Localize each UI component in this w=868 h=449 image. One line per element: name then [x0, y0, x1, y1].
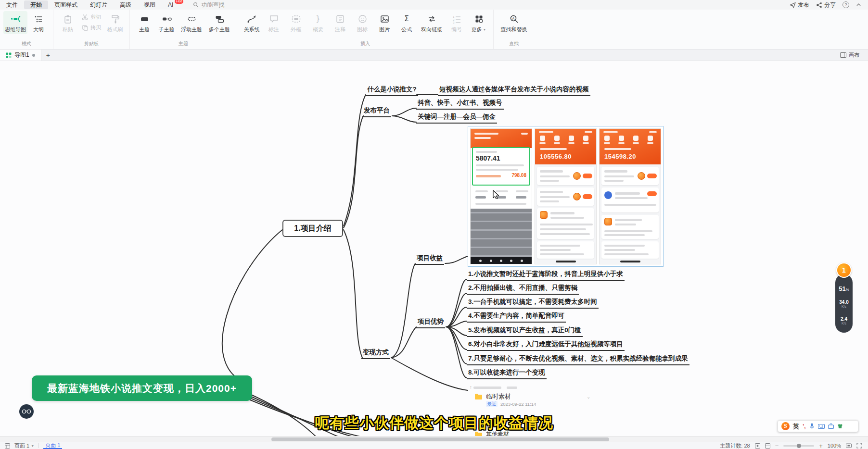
zoom-slider-knob[interactable]	[797, 444, 801, 448]
doc-tab-map1[interactable]: 导图1	[0, 50, 41, 61]
ribbon-group-find: A 查找和替换 查找	[494, 10, 534, 49]
summary-button[interactable]: } 概要	[307, 11, 329, 34]
mouse-cursor	[493, 190, 501, 199]
zoom-out-button[interactable]: −	[775, 442, 779, 449]
format-painter-button[interactable]: 格式刷	[104, 11, 126, 34]
callout-button[interactable]: 标注	[263, 11, 285, 34]
share-button[interactable]: 分享	[816, 1, 836, 9]
more-button[interactable]: 更多 ▼	[468, 11, 490, 34]
multi-topic-button[interactable]: 多个主题	[205, 11, 233, 34]
pages-grid-icon[interactable]	[5, 443, 10, 449]
input-method-bar[interactable]: S 英 ’,	[778, 420, 858, 432]
menu-slides[interactable]: 幻灯片	[84, 0, 114, 9]
publish-label: 发布	[798, 1, 809, 9]
formula-button[interactable]: Σ 公式	[396, 11, 418, 34]
node-advantage-item[interactable]: 2.不用拍摄出镜、不用直播、只需剪辑	[467, 284, 579, 295]
tiger-mascot	[573, 172, 581, 180]
zoom-level[interactable]: 100%	[828, 443, 841, 449]
cut-button[interactable]: 剪切	[79, 11, 104, 22]
node-platform-label[interactable]: 发布平台	[362, 106, 391, 117]
relation-line-button[interactable]: 关系线	[241, 11, 263, 34]
topic-button[interactable]: 主题	[133, 11, 155, 34]
publish-button[interactable]: 发布	[790, 1, 809, 9]
mindmap-canvas[interactable]: 1.项目介绍 最新蓝海地铁小说推文变现，日入2000+ 什么是小说推文? 短视频…	[0, 61, 868, 437]
node-what-is-detail[interactable]: 短视频达人通过各媒体平台发布关于小说内容的视频	[438, 85, 590, 96]
map-doc-icon	[6, 52, 12, 58]
callout-icon	[269, 14, 279, 24]
node-advantage-item[interactable]: 8.可以收徒来进行一个变现	[467, 368, 547, 379]
feature-search-input[interactable]: 功能查找	[193, 1, 224, 9]
skin-icon[interactable]	[837, 424, 843, 429]
ime-language-mode[interactable]: 英	[793, 422, 799, 431]
tiger-mascot	[540, 211, 548, 219]
fit-screen-icon[interactable]	[846, 443, 852, 449]
subtopic-button[interactable]: 子主题	[155, 11, 178, 34]
paste-button[interactable]: 粘贴	[57, 11, 79, 34]
netspeed-widget[interactable]: 1 51% 34.0 K/s 2.4 K/s	[834, 262, 854, 334]
menu-advanced[interactable]: 高级	[114, 0, 138, 9]
node-advantage-item[interactable]: 4.不需要生产内容，简单配音即可	[467, 312, 566, 323]
page-tab-1[interactable]: 页面 1	[43, 442, 62, 449]
help-button[interactable]: ?	[842, 1, 849, 8]
copy-button[interactable]: 拷贝	[79, 22, 104, 32]
microphone-icon[interactable]	[809, 423, 815, 429]
zoom-in-button[interactable]: +	[819, 442, 823, 449]
node-platform-item2[interactable]: 关键词—注册—会员—佣金	[416, 112, 497, 124]
node-advantage-item[interactable]: 7.只要足够耐心，不断去优化视频、素材、选文，积累实战经验都能拿到成果	[467, 354, 689, 365]
punctuation-icon[interactable]: ’,	[803, 423, 806, 430]
menu-ai-label: AI	[168, 1, 173, 8]
layout-panel-icon[interactable]	[765, 443, 770, 449]
page-selector[interactable]: 页面 1 ▼	[14, 442, 34, 449]
toolbox-icon[interactable]	[828, 424, 834, 429]
zoom-slider[interactable]	[783, 445, 814, 447]
horizontal-scrollbar[interactable]	[0, 436, 868, 442]
node-income-label[interactable]: 项目收益	[415, 254, 444, 265]
node-what-is-label[interactable]: 什么是小说推文?	[366, 85, 418, 96]
group-label-insert: 插入	[241, 39, 490, 49]
insert-image-button[interactable]: 图片	[373, 11, 396, 34]
bilink-button[interactable]: 双向链接	[418, 11, 446, 34]
node-root-title[interactable]: 最新蓝海地铁小说推文变现，日入2000+	[32, 375, 252, 401]
insert-icon-button[interactable]: 图标	[351, 11, 373, 34]
node-monetize-label[interactable]: 变现方式	[361, 348, 390, 359]
menu-page-style[interactable]: 页面样式	[48, 0, 84, 9]
node-platform-item1[interactable]: 抖音、快手、小红书、视频号	[416, 99, 504, 110]
outline-mode-button[interactable]: 大纲	[27, 11, 50, 34]
mindmap-mode-button[interactable]: 思维导图	[3, 11, 27, 34]
node-advantage-item[interactable]: 1.小说推文暂时还处于蓝海阶段，抖音上明显供小于求	[467, 270, 625, 281]
node-advantage-label[interactable]: 项目优势	[416, 317, 445, 328]
numbering-label: 编号	[451, 26, 462, 33]
numbering-icon: 123	[452, 14, 462, 24]
node-advantage-item[interactable]: 3.一台手机就可以搞定，不需要耗费太多时间	[467, 298, 599, 309]
scrollbar-thumb[interactable]	[271, 437, 609, 441]
menu-home[interactable]: 开始	[24, 0, 48, 9]
canvas-panel-toggle[interactable]: 画布	[840, 51, 868, 59]
mindmap-app-window: 文件 开始 页面样式 幻灯片 高级 视图 AI Hot 功能查找 发布	[0, 0, 868, 449]
numbering-button[interactable]: 123 编号	[446, 11, 468, 34]
add-tab-button[interactable]: +	[41, 51, 55, 59]
outline-icon	[34, 14, 44, 24]
node-advantage-item[interactable]: 5.发布视频就可以产生收益，真正0门槛	[467, 326, 583, 337]
phone2-amount: 105556.80	[540, 153, 572, 160]
phone3-header: 154598.20	[600, 129, 661, 164]
menu-file[interactable]: 文件	[0, 0, 24, 9]
keyboard-icon[interactable]	[818, 424, 825, 429]
share-icon	[816, 2, 822, 8]
topic-icon	[140, 14, 150, 24]
node-project-intro[interactable]: 1.项目介绍	[282, 220, 343, 237]
style-panel-icon[interactable]	[755, 443, 760, 449]
boundary-button[interactable]: 外框	[285, 11, 307, 34]
menu-view[interactable]: 视图	[138, 0, 162, 9]
note-button[interactable]: 注释	[329, 11, 351, 34]
phone1-amount: 5807.41	[476, 154, 500, 162]
fullscreen-icon[interactable]	[856, 443, 862, 449]
floating-topic-button[interactable]: 浮动主题	[178, 11, 205, 34]
battery-percent: 51%	[839, 286, 849, 292]
menu-ai[interactable]: AI Hot	[162, 0, 179, 9]
find-replace-button[interactable]: A 查找和替换	[497, 11, 531, 34]
phone1-balance-card: 5807.41 798.08	[472, 147, 530, 186]
divider	[38, 443, 39, 448]
collapse-ribbon-icon[interactable]	[856, 2, 861, 8]
node-advantage-item[interactable]: 6.对小白非常友好，入门难度远低于其他短视频等项目	[467, 340, 625, 351]
folder-row-temp[interactable]: 临时素材 ⌄	[474, 392, 590, 401]
